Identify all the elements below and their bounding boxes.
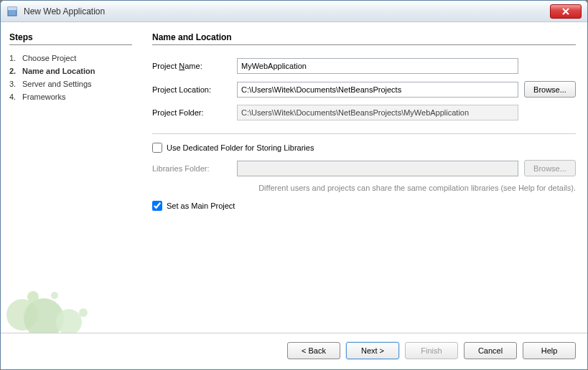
set-main-label: Set as Main Project [167, 201, 235, 210]
steps-heading: Steps [9, 32, 132, 45]
libraries-hint: Different users and projects can share t… [152, 184, 576, 192]
titlebar: New Web Application [1, 1, 587, 22]
svg-point-7 [79, 308, 88, 317]
project-folder-row: Project Folder: [152, 105, 576, 120]
main-panel: Name and Location Project Name: Project … [141, 22, 587, 333]
finish-button: Finish [405, 342, 458, 359]
project-folder-label: Project Folder: [152, 108, 237, 117]
wizard-window: New Web Application Steps 1.Choose Proje… [0, 0, 588, 370]
set-main-checkbox[interactable] [152, 201, 162, 211]
close-icon [562, 8, 569, 15]
dedicated-folder-row: Use Dedicated Folder for Storing Librari… [152, 143, 576, 153]
step-item: 4.Frameworks [9, 92, 132, 101]
cancel-button[interactable]: Cancel [464, 342, 517, 359]
project-location-row: Project Location: Browse... [152, 81, 576, 98]
project-location-label: Project Location: [152, 85, 237, 94]
window-title: New Web Application [24, 6, 550, 16]
help-button[interactable]: Help [523, 342, 576, 359]
step-item: 3.Server and Settings [9, 80, 132, 88]
step-item: 2.Name and Location [9, 67, 132, 75]
svg-point-4 [56, 309, 82, 333]
separator [152, 133, 576, 134]
browse-libraries-button: Browse... [524, 160, 576, 176]
set-main-row: Set as Main Project [152, 201, 576, 211]
libraries-folder-label: Libraries Folder: [152, 164, 237, 173]
libraries-folder-row: Libraries Folder: Browse... [152, 160, 576, 176]
button-bar: < Back Next > Finish Cancel Help [1, 333, 587, 369]
svg-point-5 [27, 291, 39, 303]
app-icon [6, 6, 18, 17]
steps-sidebar: Steps 1.Choose Project 2.Name and Locati… [1, 22, 141, 333]
project-name-label: Project Name: [152, 62, 237, 70]
dedicated-folder-checkbox[interactable] [152, 143, 162, 153]
steps-list: 1.Choose Project 2.Name and Location 3.S… [9, 54, 132, 101]
libraries-folder-input [237, 161, 518, 176]
decorative-bubbles [1, 247, 141, 333]
project-location-input[interactable] [237, 82, 518, 98]
close-button[interactable] [550, 4, 582, 19]
svg-point-3 [24, 298, 64, 333]
main-heading: Name and Location [152, 32, 576, 45]
project-name-row: Project Name: [152, 58, 576, 74]
wizard-body: Steps 1.Choose Project 2.Name and Locati… [1, 22, 587, 333]
svg-rect-1 [8, 7, 17, 10]
project-folder-input [237, 105, 518, 120]
svg-point-2 [6, 299, 38, 331]
step-item: 1.Choose Project [9, 54, 132, 62]
dedicated-folder-label: Use Dedicated Folder for Storing Librari… [167, 143, 314, 152]
project-name-input[interactable] [237, 58, 518, 74]
back-button[interactable]: < Back [287, 342, 340, 359]
svg-point-6 [51, 292, 58, 299]
browse-location-button[interactable]: Browse... [524, 81, 576, 98]
next-button[interactable]: Next > [346, 342, 399, 359]
